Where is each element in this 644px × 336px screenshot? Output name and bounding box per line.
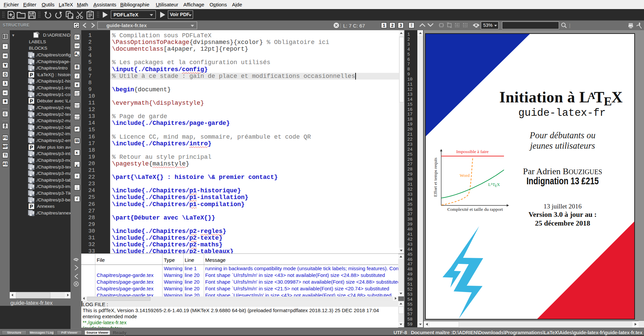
svg-text:Impossible à faire: Impossible à faire bbox=[456, 149, 489, 154]
